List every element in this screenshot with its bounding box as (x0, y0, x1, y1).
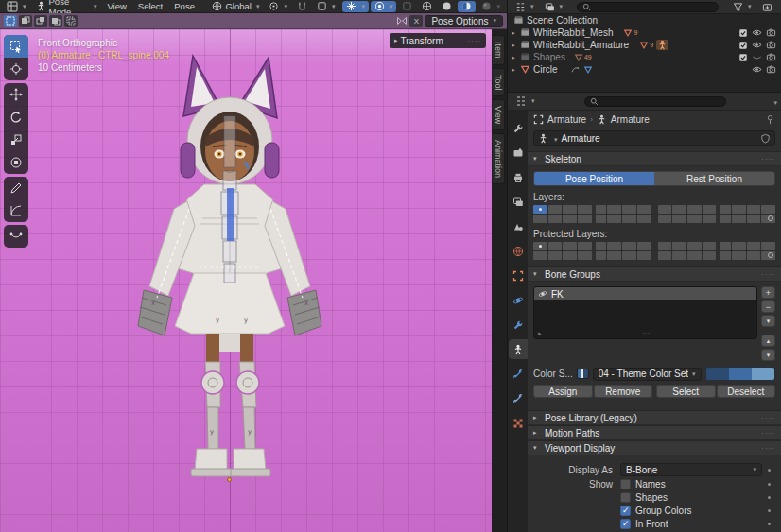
tool-transform[interactable] (4, 151, 28, 174)
menu-view[interactable]: View (102, 1, 130, 12)
layer-cell[interactable] (747, 251, 761, 260)
animate-dot[interactable] (762, 496, 775, 499)
layer-cell[interactable] (563, 205, 577, 214)
list-resize-grip[interactable] (642, 329, 652, 337)
sidebar-tab-item[interactable]: Item (493, 35, 505, 65)
layer-cell[interactable] (578, 205, 592, 214)
layer-cell[interactable] (732, 251, 746, 260)
layer-cell[interactable] (533, 242, 547, 250)
layer-cell[interactable] (703, 251, 717, 260)
layer-cell[interactable] (607, 251, 621, 260)
layer-cell[interactable] (578, 242, 592, 250)
browse-data-dropdown[interactable] (552, 133, 558, 144)
layer-cell[interactable] (533, 215, 547, 223)
tool-select-box[interactable] (4, 35, 28, 58)
layer-cell[interactable] (596, 251, 607, 260)
layer-cell[interactable] (637, 242, 651, 250)
layer-cell[interactable] (687, 205, 702, 214)
viewport-3d[interactable]: x x y y y y (0, 29, 492, 532)
rest-position-button[interactable]: Rest Position (654, 172, 774, 185)
color-normal-swatch[interactable] (706, 368, 729, 380)
select-mode-extend[interactable] (19, 15, 32, 27)
layer-cell[interactable] (607, 215, 621, 223)
shapes-checkbox[interactable] (620, 492, 631, 503)
expand-arrow[interactable]: ▸ (510, 66, 517, 74)
show-overlays-toggle[interactable] (371, 1, 397, 12)
layer-cell[interactable] (607, 242, 621, 250)
checkbox-icon[interactable] (738, 41, 748, 50)
properties-search-input[interactable] (584, 96, 726, 107)
layer-cell[interactable] (658, 215, 672, 223)
eye-icon[interactable] (752, 27, 762, 38)
layer-cell[interactable] (732, 205, 746, 214)
pose-library-panel-header[interactable]: ▸ Pose Library (Legacy) (528, 410, 781, 425)
move-group-up-button[interactable]: ▴ (761, 335, 775, 347)
checkbox-icon[interactable] (738, 53, 748, 62)
menu-pose[interactable]: Pose (169, 1, 200, 12)
editor-type-dropdown[interactable] (3, 1, 30, 12)
layer-cell[interactable] (761, 251, 775, 260)
breadcrumb-data[interactable]: Armature (611, 114, 650, 125)
layer-cell[interactable] (548, 242, 563, 250)
layer-cell[interactable] (578, 215, 592, 223)
pivot-point-dropdown[interactable] (265, 1, 291, 12)
names-checkbox[interactable] (620, 479, 631, 489)
tab-render[interactable] (509, 143, 528, 163)
tab-bone[interactable] (509, 364, 528, 384)
tool-scale[interactable] (4, 129, 28, 151)
outliner-row-circle[interactable]: ▸ Circle (508, 63, 781, 76)
layer-cell[interactable] (720, 205, 731, 214)
layer-cell[interactable] (732, 242, 746, 250)
animate-dot[interactable] (762, 469, 775, 472)
display-as-dropdown[interactable]: B-Bone (620, 463, 762, 476)
outliner-filter-dropdown[interactable] (729, 1, 755, 12)
shading-material-preview[interactable] (458, 1, 476, 12)
outliner-row-scene-collection[interactable]: Scene Collection (508, 14, 781, 26)
outliner-row-shapes[interactable]: ▸ Shapes 49 (508, 51, 781, 63)
layer-cell[interactable] (761, 215, 775, 223)
outliner-display-mode-dropdown[interactable] (512, 1, 538, 12)
layer-cell[interactable] (720, 215, 731, 223)
tab-object-data[interactable] (509, 339, 528, 359)
color-active-swatch[interactable] (752, 368, 774, 380)
tab-scene[interactable] (509, 216, 528, 236)
tool-pose-breakdowner[interactable] (4, 225, 28, 248)
layer-cell[interactable] (658, 205, 672, 214)
tool-measure[interactable] (4, 199, 28, 222)
remove-bone-group-button[interactable]: − (761, 300, 775, 313)
layer-cell[interactable] (687, 215, 702, 223)
outliner-filter-id-dropdown[interactable] (541, 1, 567, 12)
transform-panel-header[interactable]: Transform (390, 33, 486, 48)
layer-cell[interactable] (533, 251, 547, 260)
tab-physics[interactable] (509, 290, 528, 310)
orientation-dropdown[interactable]: Global (208, 1, 263, 12)
list-expand-arrow[interactable]: ▸ (538, 330, 542, 337)
select-button[interactable]: Select (656, 385, 716, 398)
tab-world[interactable] (509, 241, 528, 261)
layer-cell[interactable] (578, 251, 592, 260)
select-mode-intersect[interactable] (64, 15, 78, 27)
group-colors-checkbox[interactable] (620, 506, 631, 516)
layer-cell[interactable] (703, 242, 717, 250)
layer-cell[interactable] (720, 242, 731, 250)
pose-position-button[interactable]: Pose Position (534, 172, 654, 185)
camera-icon[interactable] (766, 52, 776, 62)
layer-cell[interactable] (761, 242, 775, 250)
tab-texture[interactable] (509, 413, 528, 433)
camera-icon[interactable] (766, 27, 776, 38)
layer-cell[interactable] (533, 205, 547, 214)
layer-cell[interactable] (732, 215, 746, 223)
shading-rendered[interactable] (477, 1, 504, 12)
layer-cell[interactable] (548, 215, 563, 223)
outliner-row-whiterabbit-mesh[interactable]: ▸ WhiteRabbit_Mesh 9 (508, 26, 781, 39)
layer-cell[interactable] (563, 215, 577, 223)
layer-cell[interactable] (658, 242, 672, 250)
layer-cell[interactable] (596, 215, 607, 223)
eye-icon[interactable] (752, 40, 762, 50)
in-front-checkbox[interactable] (620, 519, 631, 529)
layer-cell[interactable] (563, 251, 577, 260)
pose-options-dropdown[interactable]: Pose Options (425, 15, 503, 27)
layer-cell[interactable] (672, 215, 686, 223)
select-mode-new[interactable] (4, 15, 17, 27)
proportional-editing-dropdown[interactable] (313, 1, 339, 12)
